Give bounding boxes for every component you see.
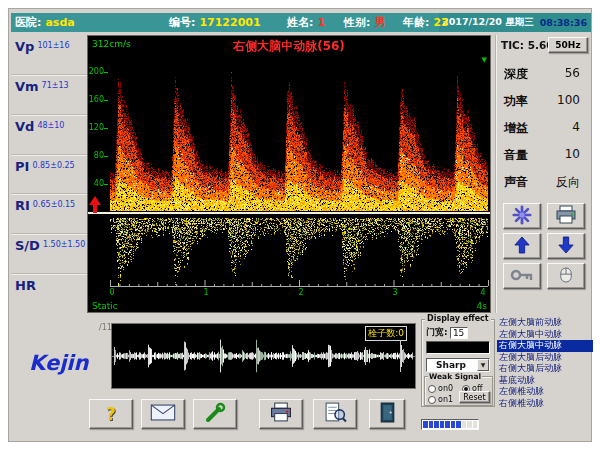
y-tick-200: 200: [88, 67, 104, 76]
vd-label: Vd: [15, 119, 34, 134]
hospital-value: asda: [45, 16, 74, 29]
envelope-icon: [150, 404, 176, 424]
sound-row: 声音 反向: [496, 171, 594, 195]
magnifier-document-icon: [324, 402, 347, 426]
datetime-block: 2017/12/20 星期三 08:38:36: [439, 13, 591, 32]
weak-signal-group: Weak Signal on0 on1 off Reset: [424, 376, 493, 406]
vessel-title: 右侧大脑中动脉(56): [88, 38, 490, 55]
print-button[interactable]: [259, 399, 303, 429]
artery-item[interactable]: 左侧椎动脉: [497, 386, 593, 398]
artery-item[interactable]: 左侧大脑前动脉: [497, 317, 593, 329]
time-text: 08:38:36: [540, 17, 587, 28]
radio-icon: [428, 396, 436, 404]
radio-icon: [428, 385, 436, 393]
artery-item[interactable]: 基底动脉: [497, 375, 593, 387]
probe-button[interactable]: [193, 399, 237, 429]
x-tick-4: 4: [478, 288, 488, 297]
key-button[interactable]: [503, 263, 541, 289]
reset-button[interactable]: Reset: [459, 391, 490, 403]
app-panel: 2017/12/20 星期三 08:38:36 医院: asda 编号: 171…: [8, 8, 592, 442]
scale-down-button[interactable]: [547, 233, 585, 259]
vm-label: Vm: [15, 79, 39, 94]
age-label: 年龄:: [403, 15, 429, 30]
param-row-sd: S/D 1.50±1.50: [11, 234, 87, 274]
vm-value: 71±13: [42, 81, 69, 90]
printer-icon: [268, 402, 294, 426]
freq-button[interactable]: 50Hz: [548, 37, 588, 53]
ri-value: 0.65±0.15: [33, 200, 75, 209]
date-text: 2017/12/20 星期三: [442, 16, 534, 29]
sound-label: 声音: [504, 174, 528, 191]
sd-value: 1.50±1.50: [43, 240, 85, 249]
artery-item[interactable]: 右侧大脑后动脉: [497, 363, 593, 375]
artery-item[interactable]: 左侧大脑中动脉: [497, 329, 593, 341]
weak-signal-title: Weak Signal: [428, 372, 482, 381]
print-small-button[interactable]: [547, 203, 585, 229]
artery-item[interactable]: 右侧椎动脉: [497, 398, 593, 410]
radio-on1-label: on1: [438, 395, 453, 404]
volume-label: 音量: [504, 147, 528, 164]
chevron-down-icon[interactable]: ▼: [477, 359, 489, 371]
hr-label: HR: [15, 278, 36, 293]
arrow-up-icon: [514, 236, 530, 257]
baseline-arrow-icon[interactable]: [89, 196, 101, 214]
door-icon: [380, 402, 395, 426]
sharp-dropdown[interactable]: Sharp ▼: [426, 358, 490, 372]
ri-label: RI: [15, 198, 30, 213]
param-row-ri: RI 0.65±0.15: [11, 194, 87, 234]
sound-value: 反向: [556, 174, 580, 191]
artery-item[interactable]: 左侧大脑后动脉: [497, 352, 593, 364]
x-tick-0: 0: [107, 288, 117, 297]
question-icon: ?: [106, 404, 116, 424]
mode-label: Static: [92, 301, 118, 311]
x-tick-1: 1: [201, 288, 211, 297]
depth-label: 深度: [504, 66, 528, 83]
sharp-dropdown-value: Sharp: [436, 360, 466, 370]
display-effect-title: Display effect: [425, 314, 491, 323]
sd-label: S/D: [15, 238, 40, 253]
y-tick-160: 160: [88, 95, 104, 104]
gate-width-row: 门宽: 15: [426, 326, 468, 339]
patient-name-value: 1: [317, 16, 325, 29]
gain-row: 增益 4: [496, 117, 594, 141]
gate-width-label: 门宽:: [426, 326, 448, 339]
patient-id-value: 17122001: [199, 16, 260, 29]
parameter-sidebar: Vp 101±16 Vm 71±13 Vd 48±10 PI 0.85±0.25…: [11, 35, 87, 313]
param-row-hr: HR: [11, 274, 87, 313]
y-tick-120: 120: [88, 123, 104, 132]
artery-item[interactable]: 右侧大脑中动脉: [497, 340, 593, 352]
tic-value: TIC: 5.60: [501, 39, 554, 51]
display-effect-group: Display effect 门宽: 15 Sharp ▼ Weak Signa…: [421, 319, 495, 407]
depth-row: 深度 56: [496, 63, 594, 87]
printer-icon: [554, 205, 578, 228]
pi-value: 0.85±0.25: [32, 161, 74, 170]
hospital-field: 医院: asda: [15, 13, 75, 32]
gender-label: 性别:: [344, 15, 370, 30]
vp-label: Vp: [15, 39, 34, 54]
scale-up-button[interactable]: [503, 233, 541, 259]
param-row-vd: Vd 48±10: [11, 115, 87, 155]
patient-name-label: 姓名:: [287, 15, 313, 30]
arrow-down-icon: [558, 236, 574, 257]
power-value: 100: [557, 93, 580, 107]
audio-trend-display: 栓子数:0: [111, 323, 416, 389]
pi-label: PI: [15, 159, 29, 174]
vd-value: 48±10: [37, 121, 64, 130]
report-button[interactable]: [141, 399, 185, 429]
vp-value: 101±16: [37, 41, 69, 50]
age-field: 年龄: 23: [403, 13, 449, 32]
flower-button[interactable]: [503, 203, 541, 229]
radio-on1[interactable]: on1: [428, 395, 453, 404]
help-button[interactable]: ?: [89, 399, 133, 429]
exit-button[interactable]: [369, 399, 405, 429]
review-button[interactable]: [313, 399, 357, 429]
sweep-label: 4s: [477, 301, 487, 311]
gate-width-value[interactable]: 15: [450, 327, 468, 339]
depth-value: 56: [565, 66, 580, 80]
y-tick-80: 80: [88, 151, 104, 160]
volume-value: 10: [565, 147, 580, 161]
mouse-button[interactable]: [547, 263, 585, 289]
patient-id-field: 编号: 17122001: [169, 13, 261, 32]
radio-on0[interactable]: on0: [428, 384, 453, 393]
gain-value: 4: [572, 120, 580, 134]
